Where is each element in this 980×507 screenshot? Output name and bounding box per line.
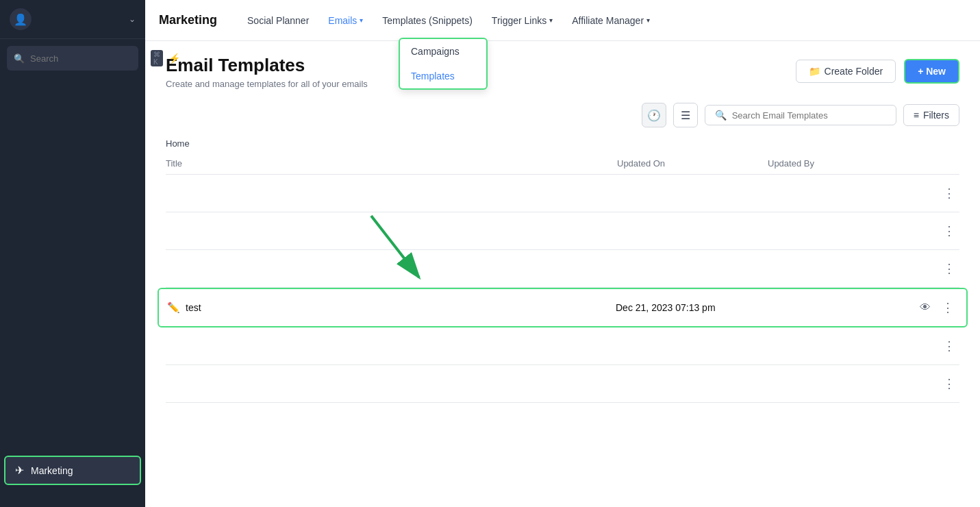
main-content: Marketing Social Planner Emails ▾ Templa…	[145, 0, 980, 507]
list-view-button[interactable]: ☰	[673, 103, 698, 127]
folder-icon: 📁	[809, 66, 820, 77]
sidebar-search-input[interactable]	[30, 53, 145, 64]
search-email-icon: 🔍	[715, 110, 727, 121]
breadcrumb: Home	[145, 134, 980, 153]
sidebar: 👤 ⌄ 🔍 ⌘ K ⚡ ✈ Marketing	[0, 0, 145, 507]
search-email-input[interactable]	[732, 110, 886, 121]
clock-icon: 🕐	[647, 109, 661, 122]
row-actions: ⋮	[918, 260, 959, 277]
page-header-actions: 📁 Create Folder + New	[796, 59, 959, 84]
template-icon: ✏️	[167, 301, 180, 314]
page-subtitle: Create and manage templates for all of y…	[166, 79, 368, 89]
app-title: Marketing	[159, 13, 217, 27]
list-icon: ☰	[681, 109, 690, 122]
filters-icon: ≡	[914, 110, 919, 121]
search-email-templates-box[interactable]: 🔍	[705, 105, 896, 125]
row-updated-on: Dec 21, 2023 07:13 pm	[616, 302, 766, 313]
create-folder-button[interactable]: 📁 Create Folder	[796, 60, 896, 83]
table-row-highlighted: ✏️ test Dec 21, 2023 07:13 pm 👁 ⋮	[158, 288, 968, 327]
table-row: ⋮	[166, 212, 959, 250]
col-actions	[918, 158, 959, 169]
bolt-icon: ⚡	[168, 53, 180, 64]
search-shortcut: ⌘ K	[151, 50, 163, 66]
row-more-button[interactable]: ⋮	[939, 184, 959, 202]
col-updated-on: Updated On	[617, 158, 768, 169]
row-actions: ⋮	[918, 222, 959, 240]
page-header-left: Email Templates Create and manage templa…	[166, 55, 368, 89]
row-title-text: test	[186, 302, 201, 313]
nav-emails[interactable]: Emails ▾	[318, 11, 373, 30]
marketing-icon: ✈	[15, 464, 24, 477]
row-title-cell: ✏️ test	[167, 301, 616, 314]
table-row: ⋮	[166, 365, 959, 403]
nav-social-planner[interactable]: Social Planner	[238, 11, 318, 30]
user-chevron-icon: ⌄	[129, 14, 136, 24]
nav-links: Social Planner Emails ▾ Templates (Snipp…	[238, 11, 659, 30]
sidebar-search-box[interactable]: 🔍 ⌘ K ⚡	[7, 46, 138, 71]
affiliate-chevron-icon: ▾	[646, 16, 650, 24]
clock-view-button[interactable]: 🕐	[642, 103, 666, 127]
row-actions: 👁 ⋮	[917, 299, 958, 317]
row-actions: ⋮	[918, 337, 959, 355]
row-more-button[interactable]: ⋮	[939, 337, 959, 355]
emails-dropdown: Campaigns Templates	[399, 38, 488, 90]
row-actions: ⋮	[918, 184, 959, 202]
search-icon: 🔍	[14, 53, 25, 64]
page-title: Email Templates	[166, 55, 368, 76]
col-title: Title	[166, 158, 617, 169]
sidebar-item-marketing[interactable]: ✈ Marketing	[4, 456, 141, 485]
emails-chevron-icon: ▾	[360, 16, 363, 24]
col-updated-by: Updated By	[768, 158, 918, 169]
top-navigation: Marketing Social Planner Emails ▾ Templa…	[145, 0, 980, 41]
new-button[interactable]: + New	[904, 59, 959, 84]
dropdown-item-campaigns[interactable]: Campaigns	[400, 39, 486, 64]
row-actions: ⋮	[918, 375, 959, 393]
row-more-button[interactable]: ⋮	[939, 260, 959, 277]
user-avatar-icon: 👤	[10, 8, 32, 30]
table-row: ⋮	[166, 175, 959, 212]
nav-affiliate-manager[interactable]: Affiliate Manager ▾	[562, 11, 659, 30]
filters-button[interactable]: ≡ Filters	[903, 104, 959, 126]
page-header: Email Templates Create and manage templa…	[145, 41, 980, 96]
nav-trigger-links[interactable]: Trigger Links ▾	[482, 11, 562, 30]
toolbar: 🕐 ☰ 🔍 ≡ Filters	[145, 96, 980, 134]
row-more-button[interactable]: ⋮	[939, 375, 959, 393]
row-more-button[interactable]: ⋮	[938, 299, 958, 317]
sidebar-item-label: Marketing	[31, 465, 73, 476]
sidebar-user-section[interactable]: 👤 ⌄	[0, 0, 145, 39]
trigger-links-chevron-icon: ▾	[549, 16, 553, 24]
table-container: Title Updated On Updated By ⋮	[145, 153, 980, 507]
dropdown-item-templates[interactable]: Templates	[400, 64, 486, 88]
row-eye-button[interactable]: 👁	[920, 301, 931, 314]
table-row: ⋮	[166, 327, 959, 365]
table-header: Title Updated On Updated By	[166, 153, 959, 175]
table-row: ⋮	[166, 250, 959, 288]
row-more-button[interactable]: ⋮	[939, 222, 959, 240]
nav-templates-snippets[interactable]: Templates (Snippets)	[373, 11, 482, 30]
